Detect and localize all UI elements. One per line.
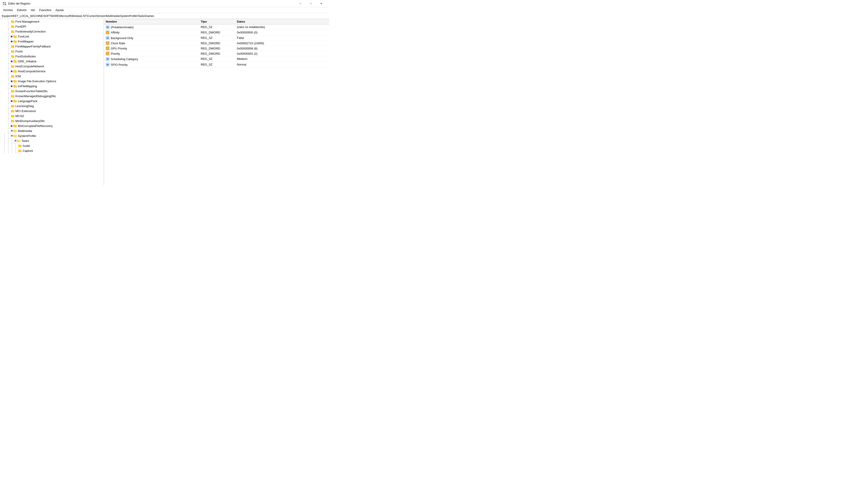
svg-rect-8 bbox=[11, 25, 12, 26]
svg-rect-82 bbox=[18, 145, 22, 147]
tree-item-multimedia[interactable]: ▼ Multimedia bbox=[0, 128, 104, 133]
close-button[interactable]: ✕ bbox=[316, 0, 327, 7]
svg-rect-0 bbox=[3, 2, 4, 3]
tree-item-hostcomputenetwork[interactable]: HostComputeNetwork bbox=[0, 64, 104, 69]
expand-systemprofile[interactable]: ▼ bbox=[11, 135, 13, 137]
menu-item-archivo[interactable]: Archivo bbox=[1, 8, 15, 12]
tree-item-knownmanageddebuggingdlls[interactable]: KnownManagedDebuggingDlls bbox=[0, 94, 104, 98]
svg-rect-78 bbox=[17, 140, 20, 142]
registry-row-gpu-priority[interactable]: GPU PriorityREG_DWORD0x00000008 (8) bbox=[104, 46, 329, 51]
tree-item-font-management[interactable]: Font Management bbox=[0, 19, 104, 24]
expand-imagefileexecution[interactable]: ▶ bbox=[11, 80, 13, 82]
tree-label: GRE_Initialize bbox=[18, 60, 36, 63]
registry-entry-data: False bbox=[235, 35, 329, 41]
menu-item-ver[interactable]: Ver bbox=[29, 8, 37, 12]
svg-rect-3 bbox=[5, 4, 6, 5]
tree-item-hostcomputeservice[interactable]: ▶ HostComputeService bbox=[0, 69, 104, 74]
minimize-button[interactable]: — bbox=[295, 0, 306, 7]
svg-rect-68 bbox=[13, 125, 15, 125]
tree-item-inifilemapping[interactable]: ▶ IniFileMapping bbox=[0, 84, 104, 89]
tree-item-audio[interactable]: Audio bbox=[0, 143, 104, 148]
folder-icon bbox=[13, 84, 17, 88]
svg-rect-95 bbox=[108, 43, 109, 44]
tree-item-licensingdiag[interactable]: LicensingDiag bbox=[0, 103, 104, 108]
expand-languagepack[interactable]: ▶ bbox=[11, 100, 13, 102]
registry-row-scheduling-category[interactable]: abScheduling CategoryREG_SZMedium bbox=[104, 56, 329, 62]
registry-entry-type: REG_SZ bbox=[199, 35, 235, 41]
tree-item-systemprofile[interactable]: ▼ SystemProfile bbox=[0, 133, 104, 138]
folder-icon bbox=[11, 114, 14, 118]
svg-rect-34 bbox=[13, 70, 17, 72]
svg-rect-90 bbox=[106, 33, 107, 34]
registry-row-affinity[interactable]: AffinityREG_DWORD0x00000000 (0) bbox=[104, 30, 329, 35]
registry-entry-name: Clock Rate bbox=[111, 41, 125, 45]
registry-entry-type: REG_DWORD bbox=[199, 46, 235, 51]
tree-label: FontMapperFamilyFallback bbox=[16, 45, 51, 48]
folder-icon bbox=[11, 55, 14, 58]
svg-rect-92 bbox=[106, 42, 107, 43]
tree-item-tasks[interactable]: ▼ Tasks bbox=[0, 138, 104, 143]
expand-gre[interactable]: ▶ bbox=[11, 60, 13, 62]
tree-item-languagepack[interactable]: ▶ LanguagePack bbox=[0, 98, 104, 103]
svg-rect-100 bbox=[106, 53, 107, 53]
tree-item-fontmapper[interactable]: ▶ FontMapper bbox=[0, 39, 104, 44]
registry-row-sfio-priority[interactable]: abSFIO PriorityREG_SZNormal bbox=[104, 62, 329, 67]
expand-inifilemapping[interactable]: ▶ bbox=[11, 85, 13, 87]
folder-icon bbox=[11, 104, 14, 108]
menu-bar: ArchivoEdiciónVerFavoritosAyuda bbox=[0, 7, 329, 13]
folder-icon bbox=[11, 50, 14, 53]
expand-tasks[interactable]: ▼ bbox=[14, 140, 17, 142]
tree-item-mciextensions[interactable]: MCI Extensions bbox=[0, 108, 104, 113]
svg-rect-37 bbox=[11, 75, 14, 77]
tree-label: MsiCorruptedFileRecovery bbox=[18, 124, 53, 128]
tree-item-icm[interactable]: ICM bbox=[0, 74, 104, 78]
registry-row-predeterminado[interactable]: ab(Predeterminado)REG_SZ(valor no establ… bbox=[104, 24, 329, 30]
tree-label: FontDPI bbox=[16, 25, 26, 28]
svg-rect-55 bbox=[11, 105, 14, 107]
tree-label: Audio bbox=[23, 144, 30, 148]
tree-panel[interactable]: Font Management FontDPI bbox=[0, 19, 104, 185]
expand-fontmapper[interactable]: ▶ bbox=[11, 40, 13, 42]
svg-rect-85 bbox=[18, 150, 22, 152]
menu-item-edición[interactable]: Edición bbox=[15, 8, 29, 12]
menu-item-favoritos[interactable]: Favoritos bbox=[37, 8, 53, 12]
tree-item-gre-initialize[interactable]: ▶ GRE_Initialize bbox=[0, 59, 104, 64]
svg-rect-41 bbox=[13, 80, 15, 80]
tree-item-fontdpi[interactable]: FontDPI bbox=[0, 24, 104, 29]
svg-rect-101 bbox=[108, 53, 109, 53]
tree-item-fontsubstitutes[interactable]: FontSubstitutes bbox=[0, 54, 104, 59]
svg-rect-1 bbox=[5, 2, 6, 3]
tree-item-fontlink[interactable]: ▶ FontLink bbox=[0, 34, 104, 39]
tree-label: LanguagePack bbox=[18, 99, 37, 103]
maximize-button[interactable]: □ bbox=[306, 0, 316, 7]
tree-item-fontintensitycorrection[interactable]: FontIntensityCorrection bbox=[0, 29, 104, 34]
tree-item-mci32[interactable]: MCI32 bbox=[0, 113, 104, 119]
expand-hostcomputeservice[interactable]: ▶ bbox=[11, 70, 13, 72]
tree-item-fontmapperfamilyfallback[interactable]: FontMapperFamilyFallback bbox=[0, 44, 104, 49]
svg-rect-62 bbox=[11, 115, 12, 116]
expand-multimedia[interactable]: ▼ bbox=[11, 130, 13, 132]
tree-item-msicorruptedfilerecovery[interactable]: ▶ MsiCorruptedFileRecovery bbox=[0, 123, 104, 128]
registry-row-clock-rate[interactable]: Clock RateREG_DWORD0x00002710 (10000) bbox=[104, 41, 329, 46]
svg-rect-58 bbox=[11, 110, 14, 112]
registry-row-background-only[interactable]: abBackground OnlyREG_SZFalse bbox=[104, 35, 329, 41]
tree-label: FontSubstitutes bbox=[16, 55, 36, 58]
tree-item-minidumpauxiliarydlls[interactable]: MiniDumpAuxiliaryDlls bbox=[0, 119, 104, 123]
svg-rect-52 bbox=[13, 100, 17, 102]
tree-item-capture[interactable]: Capture bbox=[0, 148, 104, 153]
tree-item-fonts[interactable]: Fonts bbox=[0, 49, 104, 54]
folder-icon bbox=[13, 35, 17, 38]
menu-item-ayuda[interactable]: Ayuda bbox=[54, 8, 66, 12]
svg-rect-7 bbox=[11, 26, 14, 28]
tree-item-imagefileexecutionoptions[interactable]: ▶ Image File Execution Options bbox=[0, 78, 104, 84]
expand-msicorrupted[interactable]: ▶ bbox=[11, 125, 13, 127]
expand-fontlink[interactable]: ▶ bbox=[11, 35, 13, 37]
registry-table: Nombre Tipo Datos ab(Predeterminado)REG_… bbox=[104, 19, 329, 67]
folder-icon bbox=[11, 20, 14, 23]
reg-icon-dword bbox=[106, 31, 110, 34]
registry-row-priority[interactable]: PriorityREG_DWORD0x00000002 (2) bbox=[104, 51, 329, 56]
tree-item-knownfunctiontabledlls[interactable]: KnownFunctionTableDlls bbox=[0, 89, 104, 94]
reg-icon-ab: ab bbox=[106, 36, 110, 40]
reg-icon-dword bbox=[106, 41, 110, 45]
svg-rect-88 bbox=[106, 31, 107, 32]
